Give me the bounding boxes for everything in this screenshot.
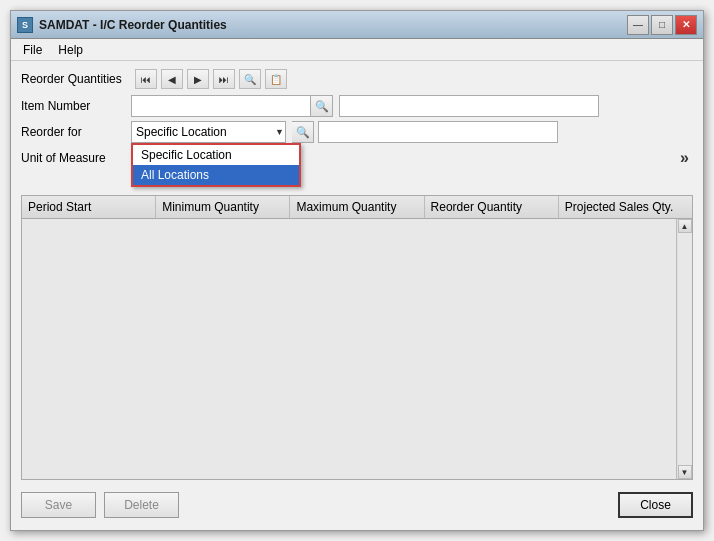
nav-last-button[interactable]: ⏭ bbox=[213, 69, 235, 89]
reorder-for-search-button[interactable]: 🔍 bbox=[292, 121, 314, 143]
unit-of-measure-label: Unit of Measure bbox=[21, 151, 131, 165]
scroll-down-button[interactable]: ▼ bbox=[678, 465, 692, 479]
item-number-input[interactable] bbox=[131, 95, 311, 117]
item-number-desc-input[interactable] bbox=[339, 95, 599, 117]
reorder-for-row: Reorder for Specific Location All Locati… bbox=[21, 121, 693, 143]
nav-new-button[interactable]: 📋 bbox=[265, 69, 287, 89]
scroll-track bbox=[678, 233, 692, 465]
col-min-qty: Minimum Quantity bbox=[156, 196, 290, 218]
reorder-for-dropdown-wrapper: Specific Location All Locations ▼ Specif… bbox=[131, 121, 286, 143]
menu-help[interactable]: Help bbox=[50, 41, 91, 59]
menu-bar: File Help bbox=[11, 39, 703, 61]
optional-fields-row: Optional Fields bbox=[21, 173, 693, 187]
delete-button[interactable]: Delete bbox=[104, 492, 179, 518]
table-header: Period Start Minimum Quantity Maximum Qu… bbox=[22, 196, 692, 219]
item-number-label: Item Number bbox=[21, 99, 131, 113]
title-bar-buttons: — □ ✕ bbox=[627, 15, 697, 35]
toolbar-row: Reorder Quantities ⏮ ◀ ▶ ⏭ 🔍 📋 bbox=[21, 69, 693, 89]
minimize-button[interactable]: — bbox=[627, 15, 649, 35]
title-bar-left: S SAMDAT - I/C Reorder Quantities bbox=[17, 17, 227, 33]
app-icon: S bbox=[17, 17, 33, 33]
col-period-start: Period Start bbox=[22, 196, 156, 218]
footer-bar: Save Delete Close bbox=[21, 488, 693, 522]
double-arrow-icon[interactable]: » bbox=[680, 149, 693, 167]
dropdown-option-specific[interactable]: Specific Location bbox=[133, 145, 299, 165]
data-table: Period Start Minimum Quantity Maximum Qu… bbox=[21, 195, 693, 480]
col-max-qty: Maximum Quantity bbox=[290, 196, 424, 218]
save-button[interactable]: Save bbox=[21, 492, 96, 518]
main-content: Reorder Quantities ⏮ ◀ ▶ ⏭ 🔍 📋 Item Numb… bbox=[11, 61, 703, 530]
unit-of-measure-row: Unit of Measure » bbox=[21, 147, 693, 169]
toolbar-label: Reorder Quantities bbox=[21, 72, 131, 86]
window-title: SAMDAT - I/C Reorder Quantities bbox=[39, 18, 227, 32]
menu-file[interactable]: File bbox=[15, 41, 50, 59]
footer-left-buttons: Save Delete bbox=[21, 492, 179, 518]
window-close-button[interactable]: ✕ bbox=[675, 15, 697, 35]
close-button[interactable]: Close bbox=[618, 492, 693, 518]
nav-find-button[interactable]: 🔍 bbox=[239, 69, 261, 89]
nav-next-button[interactable]: ▶ bbox=[187, 69, 209, 89]
scroll-up-button[interactable]: ▲ bbox=[678, 219, 692, 233]
table-body: ▲ ▼ bbox=[22, 219, 692, 479]
reorder-for-dropdown[interactable]: Specific Location All Locations bbox=[131, 121, 286, 143]
col-projected-qty: Projected Sales Qty. bbox=[559, 196, 692, 218]
scrollbar: ▲ ▼ bbox=[676, 219, 692, 479]
dropdown-option-all[interactable]: All Locations bbox=[133, 165, 299, 185]
nav-prev-button[interactable]: ◀ bbox=[161, 69, 183, 89]
reorder-for-label: Reorder for bbox=[21, 125, 131, 139]
dropdown-menu: Specific Location All Locations bbox=[131, 143, 301, 187]
main-window: S SAMDAT - I/C Reorder Quantities — □ ✕ … bbox=[10, 10, 704, 531]
maximize-button[interactable]: □ bbox=[651, 15, 673, 35]
title-bar: S SAMDAT - I/C Reorder Quantities — □ ✕ bbox=[11, 11, 703, 39]
reorder-for-desc-input[interactable] bbox=[318, 121, 558, 143]
item-number-row: Item Number 🔍 bbox=[21, 95, 693, 117]
nav-first-button[interactable]: ⏮ bbox=[135, 69, 157, 89]
item-number-search-button[interactable]: 🔍 bbox=[311, 95, 333, 117]
col-reorder-qty: Reorder Quantity bbox=[425, 196, 559, 218]
